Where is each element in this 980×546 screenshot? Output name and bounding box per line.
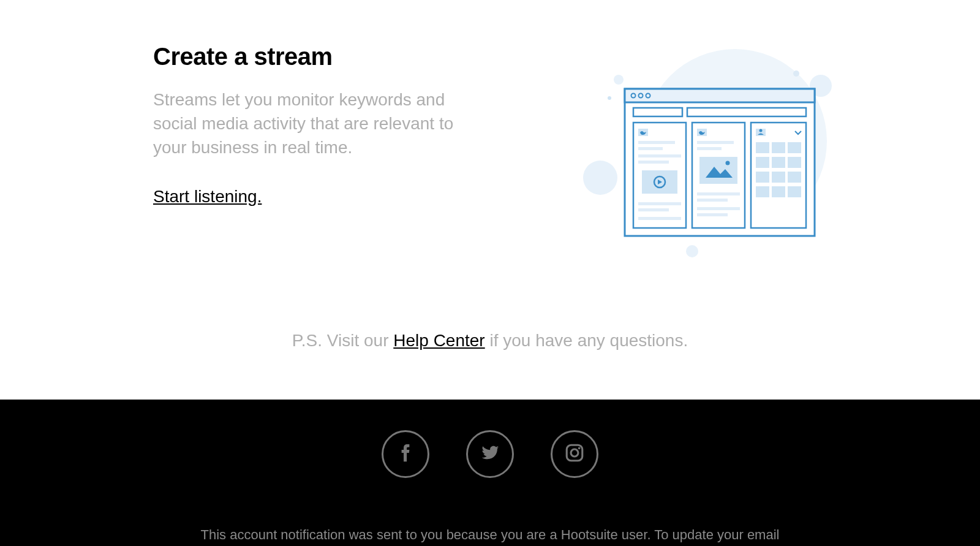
svg-rect-23 bbox=[638, 208, 669, 211]
svg-rect-45 bbox=[772, 172, 785, 183]
svg-rect-18 bbox=[638, 154, 681, 157]
svg-point-1 bbox=[583, 161, 617, 195]
footer-notice: This account notification was sent to yo… bbox=[0, 526, 980, 545]
svg-rect-17 bbox=[638, 147, 663, 150]
start-listening-link[interactable]: Start listening. bbox=[153, 187, 262, 207]
svg-point-30 bbox=[726, 161, 730, 165]
facebook-icon bbox=[395, 442, 416, 466]
svg-point-2 bbox=[614, 75, 624, 85]
svg-rect-8 bbox=[625, 89, 815, 102]
svg-rect-47 bbox=[756, 186, 769, 197]
svg-rect-32 bbox=[697, 199, 728, 202]
twitter-icon bbox=[480, 442, 500, 466]
svg-rect-42 bbox=[772, 157, 785, 168]
facebook-link[interactable] bbox=[382, 430, 429, 478]
feature-text-block: Create a stream Streams let you monitor … bbox=[153, 37, 472, 207]
feature-heading: Create a stream bbox=[153, 43, 472, 70]
svg-rect-22 bbox=[638, 202, 681, 205]
svg-rect-46 bbox=[788, 172, 801, 183]
feature-description: Streams let you monitor keywords and soc… bbox=[153, 88, 472, 160]
help-center-link[interactable]: Help Center bbox=[393, 331, 484, 350]
svg-rect-49 bbox=[788, 186, 801, 197]
svg-rect-34 bbox=[697, 213, 728, 216]
svg-rect-40 bbox=[788, 142, 801, 153]
twitter-link[interactable] bbox=[466, 430, 514, 478]
ps-help-text: P.S. Visit our Help Center if you have a… bbox=[0, 331, 980, 351]
svg-rect-19 bbox=[638, 161, 669, 164]
svg-rect-33 bbox=[697, 207, 740, 210]
ps-prefix: P.S. Visit our bbox=[292, 331, 394, 350]
svg-rect-43 bbox=[788, 157, 801, 168]
svg-point-37 bbox=[760, 129, 763, 132]
svg-rect-28 bbox=[697, 147, 722, 150]
svg-point-4 bbox=[686, 245, 698, 257]
svg-rect-31 bbox=[697, 192, 740, 195]
svg-rect-48 bbox=[772, 186, 785, 197]
svg-point-52 bbox=[578, 447, 581, 450]
ps-suffix: if you have any questions. bbox=[485, 331, 688, 350]
svg-point-5 bbox=[608, 96, 611, 100]
svg-rect-16 bbox=[638, 141, 675, 144]
footer: This account notification was sent to yo… bbox=[0, 400, 980, 546]
svg-point-51 bbox=[571, 449, 578, 457]
social-links-row bbox=[0, 430, 980, 478]
svg-rect-27 bbox=[697, 141, 734, 144]
svg-rect-38 bbox=[756, 142, 769, 153]
svg-point-6 bbox=[793, 70, 799, 77]
svg-rect-41 bbox=[756, 157, 769, 168]
streams-illustration bbox=[545, 37, 839, 257]
svg-rect-39 bbox=[772, 142, 785, 153]
svg-rect-29 bbox=[699, 157, 737, 184]
instagram-icon bbox=[564, 442, 585, 466]
svg-rect-44 bbox=[756, 172, 769, 183]
instagram-link[interactable] bbox=[551, 430, 598, 478]
svg-rect-24 bbox=[638, 217, 681, 220]
